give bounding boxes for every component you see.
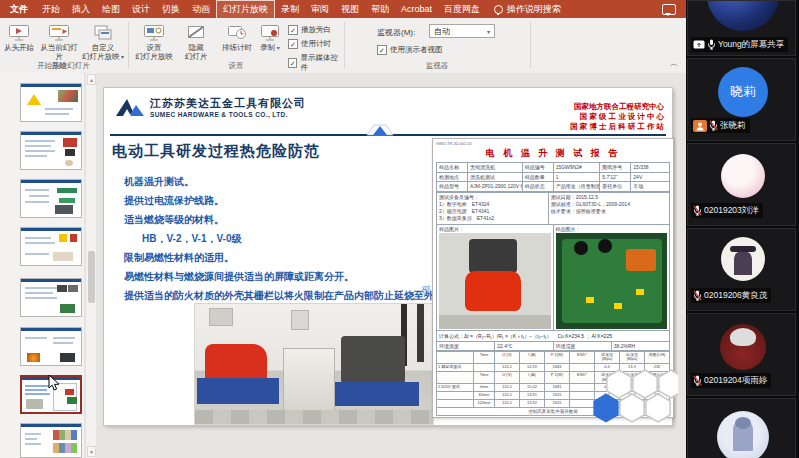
tab-acrobat[interactable]: Acrobat <box>395 2 438 16</box>
checkbox-label: 使用演示者视图 <box>390 45 443 55</box>
slide-thumbnail-6[interactable] <box>20 327 82 366</box>
mic-on-icon <box>707 39 716 50</box>
participant-label: 张晓莉 <box>691 118 750 133</box>
hide-slide-icon <box>186 24 206 42</box>
button-label: 自定义 <box>92 43 115 52</box>
custom-show-icon <box>93 24 113 42</box>
monitor-dropdown[interactable]: 自动 <box>429 24 495 38</box>
thumbnail-art <box>25 389 47 391</box>
report-line: 2）稳压电源 ET4341 <box>439 208 546 215</box>
report-env-row: 环境温度22.4℃环境湿度38.2%RH <box>436 342 670 351</box>
report-cell: P 1(W) <box>545 352 570 364</box>
thumbnail-panel <box>0 73 84 458</box>
setup-slideshow-button[interactable]: 设置 幻灯片放映 <box>132 21 176 61</box>
report-cell: 检测地点 <box>437 173 468 182</box>
ribbon: 从头开始 从当前幻灯片 开始 自定义 幻灯片放映 开始放映幻灯片 <box>0 18 686 74</box>
checkbox-icon <box>377 45 387 55</box>
scroll-down-button[interactable]: ▼ <box>87 446 96 457</box>
tab-record[interactable]: 录制 <box>275 1 305 18</box>
play-narrations-checkbox[interactable]: 播放旁白 <box>288 25 331 35</box>
thumbnail-art <box>70 234 77 242</box>
thumbnail-art <box>25 140 55 142</box>
button-label: 幻灯片放映 <box>82 52 124 61</box>
tab-insert[interactable]: 插入 <box>66 1 96 18</box>
tab-design[interactable]: 设计 <box>126 1 156 18</box>
thumbnail-art <box>21 328 81 331</box>
button-label: 幻灯片放映 <box>135 52 173 61</box>
photo-art <box>626 249 656 271</box>
photo-art <box>586 297 594 303</box>
avatar-art <box>730 328 756 346</box>
monitor-play-icon <box>8 24 30 42</box>
ribbon-group-setup: 设置 幻灯片放映 隐藏 幻灯片 排练计时 录制 <box>130 18 342 73</box>
slide-thumbnail-2[interactable] <box>20 131 82 170</box>
scrollbar-thumb[interactable] <box>88 251 95 303</box>
comments-icon[interactable] <box>662 4 676 15</box>
slide-thumbnail-5[interactable] <box>20 278 82 317</box>
monitor-slide-icon <box>48 24 70 42</box>
tab-help[interactable]: 帮助 <box>365 1 395 18</box>
participant-tile-zhangxiaoli[interactable]: 晓莉 张晓莉 <box>687 58 796 141</box>
photo-art <box>574 241 588 255</box>
thumbnail-art <box>25 237 51 239</box>
from-beginning-button[interactable]: 从头开始 <box>0 21 38 52</box>
report-cell: 1655 <box>545 392 570 399</box>
slide-body: 机器温升测试。 提供过电流保护线路。 适当燃烧等级的材料。 HB，V-2，V-1… <box>124 172 454 305</box>
thumbnail-art <box>25 287 59 289</box>
avatar-initials: 晓莉 <box>718 67 768 117</box>
thumbnail-art <box>21 84 81 87</box>
avatar: 晓莉 <box>718 67 768 117</box>
tab-draw[interactable]: 绘图 <box>96 1 126 18</box>
participant-tile-huangliangmao[interactable]: 02019206黄良茂 <box>687 228 796 311</box>
collapse-ribbon-button[interactable] <box>670 58 678 69</box>
participant-tile-young[interactable]: Young的屏幕共享 <box>687 0 796 56</box>
tab-transitions[interactable]: 切换 <box>156 1 186 18</box>
report-cell: 样品状态 <box>523 182 554 191</box>
rehearse-timings-button[interactable]: 排练计时 <box>218 21 256 52</box>
thumbnail-art <box>25 145 51 147</box>
use-timings-checkbox[interactable]: 使用计时 <box>288 39 331 49</box>
thumbnail-art <box>25 292 53 294</box>
report-line: 3）数据采集仪 ET41x2 <box>439 215 546 222</box>
participant-tile-xiangyuting[interactable]: 02019204项雨婷 <box>687 313 796 396</box>
report-cell: 13.91 <box>520 392 545 399</box>
report-cell: 市场 <box>631 182 670 191</box>
mic-muted-icon <box>693 290 702 301</box>
report-cell: 0min <box>474 384 495 391</box>
thumbnail-art <box>45 113 69 115</box>
thumbnail-art <box>53 430 77 440</box>
tab-home[interactable]: 开始 <box>36 1 66 18</box>
tab-slideshow-active[interactable]: 幻灯片放映 <box>216 0 275 19</box>
participant-tile-bottom[interactable] <box>687 398 796 458</box>
slide[interactable]: 江苏苏美达五金工具有限公司 SUMEC HARDWARE & TOOLS CO.… <box>104 88 672 425</box>
tell-me-search[interactable]: 操作说明搜索 <box>494 3 561 16</box>
formula-text: 计算公式：Δt =（R₂−R₁）/R₁ ×（K＋t₁）−（t₂−t₁） <box>439 333 551 339</box>
report-cell: 样品名称 <box>437 163 468 172</box>
report-cell: I (A) <box>520 372 545 384</box>
report-table-header: TimeU (V)I (A)P 1(W)ESD*进水压(Mpa)出水压(Mpa)… <box>436 351 670 364</box>
tab-animations[interactable]: 动画 <box>186 1 216 18</box>
photo-art <box>417 304 424 362</box>
record-button[interactable]: 录制 <box>256 21 284 52</box>
tab-review[interactable]: 审阅 <box>305 1 335 18</box>
participant-label: 02019206黄良茂 <box>691 288 771 303</box>
slide-thumbnail-8[interactable] <box>20 423 82 458</box>
participant-tile-liuyang[interactable]: 02019203刘洋 <box>687 143 796 226</box>
report-cell: 120min <box>474 400 495 407</box>
photo-art <box>205 344 267 382</box>
use-presenter-view-checkbox[interactable]: 使用演示者视图 <box>377 45 443 55</box>
slide-thumbnail-4[interactable] <box>20 227 82 266</box>
tab-baidu-pan[interactable]: 百度网盘 <box>438 1 486 18</box>
slide-thumbnail-3[interactable] <box>20 179 82 218</box>
scroll-up-button[interactable]: ▲ <box>87 74 96 85</box>
tab-file[interactable]: 文件 <box>2 1 36 18</box>
report-cell: 24V <box>631 173 670 182</box>
slide-title: 电动工具研发过程热危险防范 <box>112 142 320 161</box>
custom-slideshow-button[interactable]: 自定义 幻灯片放映 <box>80 21 126 61</box>
slide-thumbnail-1[interactable] <box>20 83 82 122</box>
report-cell: 出水压(Mpa) <box>620 352 645 364</box>
report-cell: 60min <box>474 392 495 399</box>
tab-view[interactable]: 视图 <box>335 1 365 18</box>
person-icon <box>693 120 707 132</box>
hide-slide-button[interactable]: 隐藏 幻灯片 <box>178 21 214 61</box>
